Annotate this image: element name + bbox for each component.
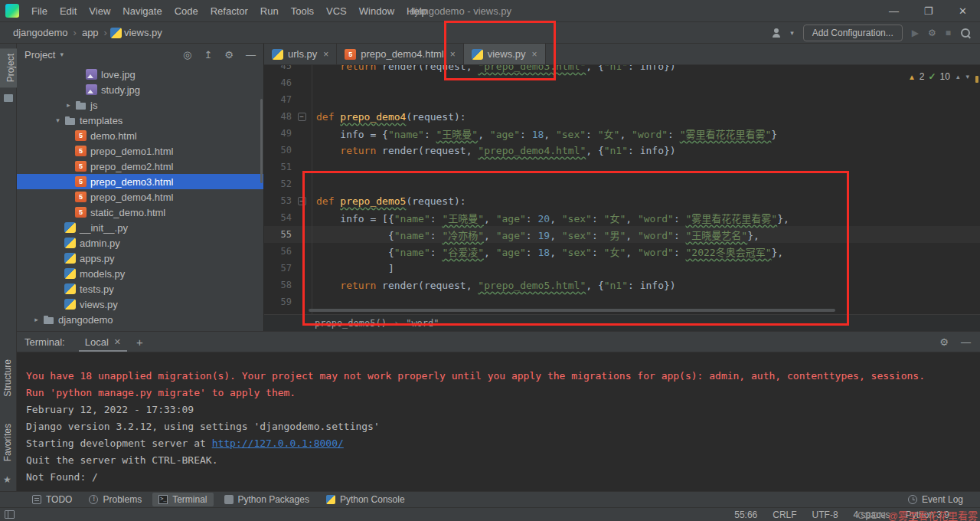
code-editor[interactable]: 45 return render(request, "prepo_demo3.h… <box>264 65 980 314</box>
code-line[interactable]: 47 <box>264 91 980 108</box>
tree-item-prepo_demo1.html[interactable]: prepo_demo1.html <box>17 143 263 159</box>
tree-item-templates[interactable]: ▾templates <box>17 113 263 128</box>
toolwindow-stripe-project[interactable]: Project <box>0 48 17 87</box>
next-problem-icon[interactable]: ▾ <box>965 73 969 80</box>
favorites-star-icon[interactable]: ★ <box>3 474 11 485</box>
tree-item-demo.html[interactable]: demo.html <box>17 128 263 143</box>
tree-item-prepo_demo2.html[interactable]: prepo_demo2.html <box>17 159 263 174</box>
add-configuration-button[interactable]: Add Configuration... <box>803 25 903 41</box>
close-icon[interactable]: ✕ <box>946 0 980 21</box>
chevron-down-icon[interactable]: ▾ <box>60 51 64 58</box>
tree-expanded-arrow-icon[interactable]: ▾ <box>54 116 62 124</box>
hide-panel-icon[interactable]: — <box>246 49 256 61</box>
fold-region-icon[interactable]: − <box>292 113 312 121</box>
toolwindow-button-packages[interactable]: Python Packages <box>218 493 315 506</box>
menu-item-refactor[interactable]: Refactor <box>204 3 254 19</box>
editor-tab-prepo_demo4.html[interactable]: prepo_demo4.html× <box>337 44 463 64</box>
tree-item-love.jpg[interactable]: love.jpg <box>17 67 263 82</box>
run-icon[interactable]: ▶ <box>912 28 919 38</box>
breadcrumb-item[interactable]: djangodemo <box>11 25 70 40</box>
breadcrumb-item[interactable]: app <box>80 25 101 40</box>
tree-item-tests.py[interactable]: tests.py <box>17 281 263 297</box>
tree-item-prepo_demo4.html[interactable]: prepo_demo4.html <box>17 189 263 205</box>
tree-collapsed-arrow-icon[interactable]: ▸ <box>32 316 41 323</box>
menu-item-window[interactable]: Window <box>353 3 400 19</box>
menu-item-navigate[interactable]: Navigate <box>116 3 168 19</box>
menu-item-tools[interactable]: Tools <box>285 3 320 19</box>
caret-position[interactable]: 55:66 <box>734 510 757 520</box>
tree-item-models.py[interactable]: models.py <box>17 266 263 281</box>
project-tree-scrollbar[interactable] <box>260 99 263 183</box>
fold-region-icon[interactable]: − <box>292 197 312 205</box>
code-line[interactable]: 49 info = {"name": "王晓曼", "age": 18, "se… <box>264 125 980 142</box>
locate-file-icon[interactable]: ◎ <box>183 49 191 61</box>
terminal-link[interactable]: http://127.0.0.1:8000/ <box>212 437 344 449</box>
editor-breadcrumb-item[interactable]: prepo_demo5() <box>315 318 387 329</box>
minimize-icon[interactable]: — <box>877 0 911 21</box>
tab-close-icon[interactable]: × <box>532 49 537 60</box>
layout-toggle-icon[interactable] <box>5 510 15 519</box>
terminal-output[interactable]: You have 18 unapplied migration(s). Your… <box>17 352 980 491</box>
tab-close-icon[interactable]: × <box>323 49 328 60</box>
tree-item-static_demo.html[interactable]: static_demo.html <box>17 205 263 220</box>
code-line[interactable]: 55 {"name": "冷亦杨", "age": 19, "sex": "男"… <box>264 226 980 243</box>
typo-count[interactable]: 10 <box>940 71 950 82</box>
tab-close-icon[interactable]: ✕ <box>114 337 121 347</box>
toolwindow-stripe-structure[interactable]: Structure <box>2 359 13 397</box>
maximize-icon[interactable]: ❐ <box>911 0 946 21</box>
project-toolwindow-icon[interactable] <box>4 94 13 102</box>
tree-item-views.py[interactable]: views.py <box>17 297 263 312</box>
fold-minus-icon[interactable]: − <box>298 197 306 205</box>
terminal-settings-gear-icon[interactable]: ⚙ <box>939 336 949 348</box>
tree-item-study.jpg[interactable]: study.jpg <box>17 82 263 97</box>
line-separator[interactable]: CRLF <box>773 510 796 520</box>
fold-minus-icon[interactable]: − <box>298 113 306 121</box>
chevron-down-icon[interactable]: ▾ <box>790 29 794 37</box>
editor-breadcrumb-item[interactable]: "word" <box>406 318 439 329</box>
code-line[interactable]: 45 return render(request, "prepo_demo3.h… <box>264 65 980 74</box>
horizontal-scrollbar[interactable] <box>309 309 835 312</box>
code-line[interactable]: 52 <box>264 175 980 192</box>
code-line[interactable]: 46 <box>264 74 980 91</box>
stop-icon[interactable]: ■ <box>946 28 951 38</box>
project-panel-title[interactable]: Project <box>24 49 55 61</box>
breadcrumb-item[interactable]: views.py <box>122 25 165 40</box>
tree-item-apps.py[interactable]: apps.py <box>17 251 263 266</box>
event-log-button[interactable]: Event Log <box>902 493 969 506</box>
code-line[interactable]: 50 return render(request, "prepo_demo4.h… <box>264 142 980 159</box>
terminal-tab-local[interactable]: Local ✕ <box>79 333 127 352</box>
menu-item-file[interactable]: File <box>25 3 54 19</box>
user-icon[interactable] <box>772 28 781 38</box>
code-line[interactable]: 59 <box>264 293 980 310</box>
menu-item-view[interactable]: View <box>83 3 116 19</box>
new-terminal-session-icon[interactable]: + <box>136 336 143 349</box>
code-line[interactable]: 58 return render(request, "prepo_demo5.h… <box>264 277 980 293</box>
gear-icon[interactable]: ⚙ <box>224 49 234 61</box>
toolwindow-button-problems[interactable]: Problems <box>83 493 148 506</box>
error-stripe-mark[interactable] <box>975 76 978 83</box>
tree-item-__init__.py[interactable]: __init__.py <box>17 220 263 235</box>
tree-item-admin.py[interactable]: admin.py <box>17 235 263 251</box>
collapse-all-icon[interactable]: ↥ <box>204 49 212 61</box>
menu-item-code[interactable]: Code <box>168 3 204 19</box>
tree-item-djangodemo[interactable]: ▸djangodemo <box>17 312 263 327</box>
menu-item-vcs[interactable]: VCS <box>320 3 353 19</box>
tree-item-prepo_demo3.html[interactable]: prepo_demo3.html <box>17 174 263 189</box>
code-line[interactable]: 48−def prepo_demo4(request): <box>264 108 980 125</box>
menu-item-run[interactable]: Run <box>254 3 285 19</box>
toolwindow-button-todo[interactable]: TODO <box>26 493 78 506</box>
file-encoding[interactable]: UTF-8 <box>812 510 838 520</box>
search-icon[interactable] <box>960 28 971 38</box>
tree-collapsed-arrow-icon[interactable]: ▸ <box>64 101 73 109</box>
editor-tab-views.py[interactable]: views.py× <box>464 44 546 64</box>
hide-terminal-icon[interactable]: — <box>961 336 971 348</box>
code-line[interactable]: 57 ] <box>264 260 980 277</box>
editor-tab-urls.py[interactable]: urls.py× <box>264 44 337 64</box>
prev-problem-icon[interactable]: ▴ <box>956 73 960 80</box>
warning-count[interactable]: 2 <box>920 71 925 82</box>
toolwindow-button-terminal[interactable]: Terminal <box>152 493 213 506</box>
tree-item-js[interactable]: ▸js <box>17 97 263 113</box>
tab-close-icon[interactable]: × <box>450 49 456 60</box>
menu-item-edit[interactable]: Edit <box>54 3 83 19</box>
code-line[interactable]: 53−def prepo_demo5(request): <box>264 192 980 209</box>
